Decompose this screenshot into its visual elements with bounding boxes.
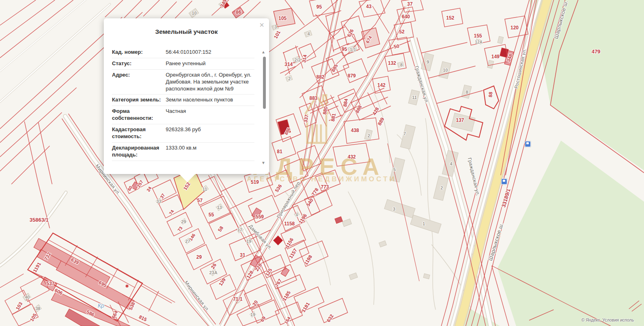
bus-stop-icon[interactable] [501,178,507,185]
scroll-thumb[interactable] [263,57,266,109]
popup-row-land-category: Категория земель: Земли населенных пункт… [112,95,254,106]
popup-row-declared-area: Декларированная площадь: 1333.00 кв.м [112,143,254,161]
close-icon[interactable]: × [259,21,264,29]
popup-title: Земельный участок [104,18,269,35]
popup-row-cad-number: Кад. номер: 56:44:0101007:152 [112,47,254,58]
cadastral-map-app: { "popup": { "title": "Земельный участок… [0,0,644,326]
popup-row-cadastral-value: Кадастровая стоимость: 926328.36 руб [112,124,254,143]
bus-stop-icon[interactable] [525,141,531,147]
parcel-info-popup: × Земельный участок Кад. номер: 56:44:01… [104,18,269,174]
map-canvas[interactable] [0,0,644,326]
popup-row-ownership: Форма собственности: Частная [112,106,254,124]
scroll-down-button[interactable]: ▼ [261,161,265,165]
scroll-up-button[interactable]: ▲ [261,50,265,54]
popup-row-address: Адрес: Оренбургская обл., г. Оренбург, у… [112,70,254,95]
popup-row-status: Статус: Ранее учтенный [112,58,254,70]
map-attribution[interactable]: © Яндекс, Условия исполь [581,317,634,322]
popup-rows: Кад. номер: 56:44:0101007:152 Статус: Ра… [112,47,254,161]
